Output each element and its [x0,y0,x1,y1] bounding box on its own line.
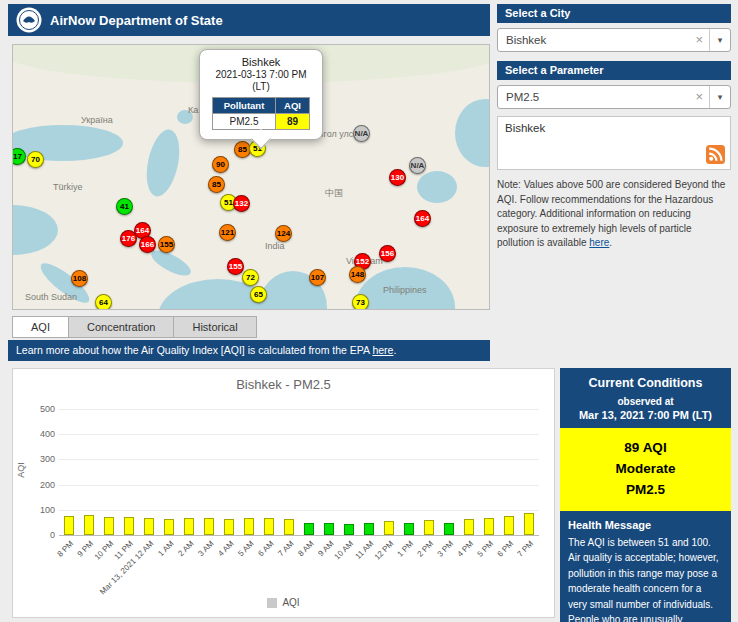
city-clear-icon[interactable]: × [695,29,703,51]
chart-gridline [59,510,539,511]
map-aqi-marker[interactable]: 85 [208,176,225,193]
legend-label: AQI [282,597,299,608]
tab-historical[interactable]: Historical [174,316,256,338]
x-tick-label: 7 PM [516,539,536,559]
map-aqi-marker[interactable]: 148 [349,266,366,283]
app-title: AirNow Department of State [50,13,223,28]
select-city-header: Select a City [497,4,731,23]
rss-icon[interactable] [706,145,725,164]
health-message-text: The AQI is between 51 and 100. Air quali… [560,531,731,622]
map-aqi-marker[interactable]: 108 [71,270,88,287]
chart-gridline [59,485,539,486]
map-aqi-marker[interactable]: 124 [275,225,292,242]
parameter-select[interactable]: PM2.5 × ▾ [497,85,731,109]
chart-bar [124,517,134,535]
current-conditions-panel: Current Conditions observed at Mar 13, 2… [560,368,731,622]
map-popup: Bishkek 2021-03-13 7:00 PM (LT) Pollutan… [199,49,323,140]
chart-bar [104,517,114,535]
aqi-value: 89 AQI [560,438,731,459]
map-aqi-marker[interactable]: 155 [227,258,244,275]
map-aqi-marker[interactable]: 166 [139,236,156,253]
chart-bar [224,519,234,535]
map-aqi-marker[interactable]: 90 [212,156,229,173]
chart-bar [504,516,514,535]
map-aqi-marker[interactable]: 156 [379,245,396,262]
y-tick-label: 200 [15,480,55,490]
y-tick-label: 0 [15,530,55,540]
map-aqi-marker[interactable]: N/A [409,157,426,174]
city-select[interactable]: Bishkek × ▾ [497,28,731,52]
map-country-label: South Sudan [25,292,77,302]
x-tick-label: 6 PM [496,539,516,559]
chart-y-ticks: 0100200300400500 [13,369,55,549]
map-aqi-marker[interactable]: 70 [27,151,44,168]
app-header: AirNow Department of State [8,4,490,36]
chart-bar [444,523,454,535]
map-aqi-marker[interactable]: N/A [353,125,370,142]
map-aqi-marker[interactable]: 73 [352,294,369,310]
map-aqi-marker[interactable]: 130 [389,169,406,186]
map-aqi-marker[interactable]: 107 [309,269,326,286]
chart-title: Bishkek - PM2.5 [13,377,554,392]
select-parameter-header: Select a Parameter [497,61,731,80]
observed-at-label: observed at [560,396,731,407]
chart-bar [164,519,174,535]
chart-bar [204,518,214,535]
chart-bar [264,518,274,535]
popup-datetime: 2021-03-13 7:00 PM [204,69,318,80]
popup-pollutant-header: Pollutant [213,98,275,113]
y-tick-label: 300 [15,454,55,464]
map-country-label: Türkiye [53,182,83,192]
map-country-label: Україна [81,115,113,125]
map-aqi-marker[interactable]: 176 [120,230,137,247]
x-tick-label: 8 AM [296,539,315,558]
x-tick-label: 4 AM [216,539,235,558]
map-aqi-marker[interactable]: 132 [233,195,250,212]
note-suffix: . [609,237,612,248]
chart-bar [64,516,74,535]
map-country-label: 中国 [325,187,343,200]
x-tick-label: 1 PM [396,539,416,559]
tab-concentration[interactable]: Concentration [69,316,175,338]
chart-gridline [59,434,539,435]
map-aqi-marker[interactable]: 41 [116,198,133,215]
note-here-link[interactable]: here [589,237,609,248]
note-text: Note: Values above 500 are considered Be… [497,178,731,251]
y-tick-label: 500 [15,404,55,414]
x-tick-label: 11 AM [353,539,375,561]
chart-bar [364,523,374,535]
chart-x-labels: 8 PM9 PM10 PM11 PMMar 13, 2021 12 AM1 AM… [59,539,539,605]
aqi-category: Moderate [560,459,731,480]
chart-gridline [59,459,539,460]
x-tick-label: 2 AM [176,539,195,558]
x-tick-label: 7 AM [276,539,295,558]
popup-timezone: (LT) [204,81,318,92]
parameter-clear-icon[interactable]: × [695,86,703,108]
map[interactable]: КазахстанУкраїнаМонгол улсTürkiye中国India… [12,44,490,310]
map-aqi-marker[interactable]: 121 [219,224,236,241]
chart-bar [324,523,334,535]
chart-bar [484,518,494,535]
chart-bar [344,524,354,535]
feed-city-label: Bishkek [505,122,545,134]
map-aqi-marker[interactable]: 155 [158,236,175,253]
state-department-seal-icon [16,7,42,33]
chart-plot [59,409,539,536]
x-tick-label: 5 PM [476,539,496,559]
x-tick-label: 5 AM [236,539,255,558]
map-aqi-marker[interactable]: 64 [95,294,112,310]
parameter-select-value: PM2.5 [506,91,539,103]
city-dropdown-arrow-icon[interactable]: ▾ [709,29,730,51]
map-aqi-marker[interactable]: 72 [242,269,259,286]
chart-bar [144,518,154,535]
y-tick-label: 400 [15,429,55,439]
parameter-dropdown-arrow-icon[interactable]: ▾ [709,86,730,108]
tab-aqi[interactable]: AQI [12,316,69,338]
chart-legend: AQI [13,597,554,608]
x-tick-label: 3 PM [436,539,456,559]
map-aqi-marker[interactable]: 65 [250,286,267,303]
map-aqi-marker[interactable]: 164 [414,210,431,227]
popup-city: Bishkek [204,56,318,68]
epa-here-link[interactable]: here [372,344,393,356]
x-tick-label: 3 AM [196,539,215,558]
